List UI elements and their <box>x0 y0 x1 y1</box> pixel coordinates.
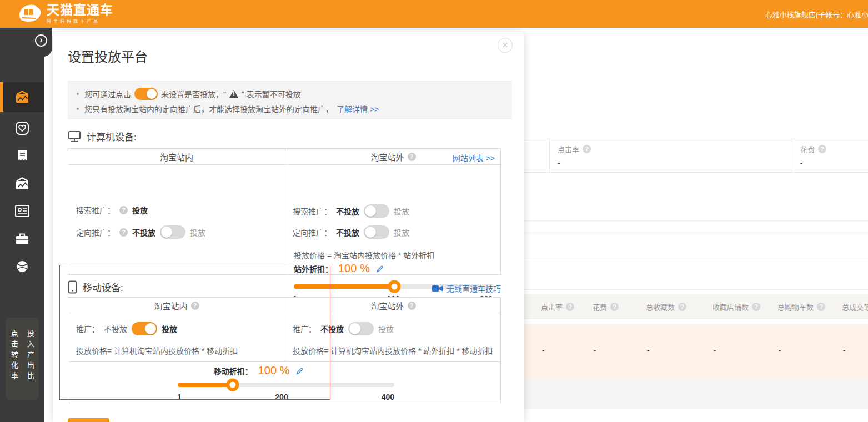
cell-value: - <box>843 346 845 354</box>
confirm-button[interactable] <box>68 418 109 422</box>
table-header-row: 淘宝站内 淘宝站外 网站列表 >> <box>68 149 500 165</box>
stat-label: 花费 <box>800 144 815 154</box>
train-logo-icon <box>17 3 42 24</box>
search-promo-row: 搜索推广： 投放 <box>76 204 148 215</box>
wireless-tips-link[interactable]: 无线直通车技巧 <box>446 283 501 294</box>
state-on-label: 投放 <box>132 204 148 215</box>
help-icon[interactable] <box>752 303 760 311</box>
note-line: 您只有投放淘宝站内的定向推广后，才能选择投放淘宝站外的定向推广， 了解详情 >> <box>77 103 503 115</box>
video-camera-icon <box>432 285 443 292</box>
id-card-icon <box>14 204 30 218</box>
state-on-label: 投放 <box>394 227 409 238</box>
discount-value: 100 % <box>338 262 370 275</box>
search-offsite-toggle[interactable] <box>364 204 389 218</box>
sidebar-item-favorites[interactable] <box>0 117 44 139</box>
logo-text: 天猫直通车 阿里妈妈旗下产品 <box>47 3 113 24</box>
mobile-offsite-toggle[interactable] <box>348 322 374 335</box>
sidebar: 点击转化率 投入产出比 <box>0 28 44 422</box>
column-header: 总成交笔 <box>842 302 868 312</box>
picture-frame-icon <box>14 90 30 104</box>
divider <box>524 233 868 233</box>
receipt-icon <box>16 149 29 163</box>
sidebar-item-creative[interactable] <box>0 173 44 195</box>
example-toggle-on <box>134 88 158 100</box>
state-on-label: 投放 <box>190 227 205 238</box>
stat-value: - <box>800 159 868 167</box>
cell-value: - <box>594 346 596 354</box>
sphere-icon <box>15 259 29 274</box>
edit-pencil-icon[interactable] <box>375 264 384 273</box>
target-offsite-toggle[interactable] <box>364 225 389 239</box>
help-icon[interactable] <box>610 303 619 311</box>
sidebar-item-tools[interactable] <box>0 228 44 250</box>
search-promo-row: 搜索推广： 不投放 投放 <box>293 204 409 218</box>
scale-max: 400 <box>382 393 394 401</box>
help-icon[interactable] <box>119 206 128 214</box>
info-box: 您可通过点击 来设置是否投放，" " 表示暂不可投放 您只有投放淘宝站内的定向推… <box>68 81 512 119</box>
divider <box>524 220 868 221</box>
column-divider <box>285 149 285 275</box>
state-off-label: 不投放 <box>336 227 359 238</box>
column-header: 点击率 <box>541 302 563 312</box>
slider-handle[interactable] <box>388 280 400 293</box>
cell-value: - <box>647 346 649 354</box>
summary-stat-card: 点击率 - 花费 - <box>524 139 868 173</box>
column-header: 收藏店铺数 <box>713 302 749 312</box>
annotation-rectangle <box>59 265 330 400</box>
help-icon[interactable] <box>678 303 686 311</box>
target-onsite-toggle[interactable] <box>160 225 185 239</box>
logo[interactable]: 天猫直通车 阿里妈妈旗下产品 <box>17 3 113 24</box>
row-label: 定向推广： <box>76 227 115 238</box>
help-icon[interactable] <box>817 303 825 311</box>
note-text: 您可通过点击 <box>84 88 131 99</box>
learn-more-link[interactable]: 了解详情 >> <box>337 103 379 114</box>
note-text: 您只有投放淘宝站内的定向推广后，才能选择投放淘宝站外的定向推广， <box>84 103 333 114</box>
row-label: 定向推广： <box>293 227 332 238</box>
help-icon[interactable] <box>408 153 416 161</box>
wireless-tips-link-row: 无线直通车技巧 <box>432 283 501 294</box>
table-row-footer <box>524 379 868 409</box>
help-icon[interactable] <box>566 303 574 311</box>
stat-cell-cost: 花费 - <box>792 139 868 172</box>
divider <box>524 262 868 262</box>
stat-value: - <box>558 159 792 167</box>
modal-title: 设置投放平台 <box>68 46 148 66</box>
table-row-highlighted[interactable]: - - - - - - <box>524 324 868 379</box>
sidebar-item-reports[interactable] <box>0 145 44 167</box>
warning-triangle-icon <box>229 90 238 98</box>
app-window: 点击率 - 花费 - 点击率 花费 总收藏数 收藏店铺数 总购物车数 总成交笔 … <box>0 0 868 422</box>
help-icon[interactable] <box>583 145 591 153</box>
bullet-icon <box>77 93 79 95</box>
sidebar-item-audience[interactable] <box>0 255 44 278</box>
target-promo-row: 定向推广： 不投放 投放 <box>293 225 409 239</box>
column-header: 总收藏数 <box>646 302 675 312</box>
column-header: 总购物车数 <box>777 302 814 312</box>
note-line: 您可通过点击 来设置是否投放，" " 表示暂不可投放 <box>77 86 503 102</box>
app-title: 天猫直通车 <box>47 3 113 17</box>
sidebar-metric-panel[interactable]: 点击转化率 投入产出比 <box>6 318 39 400</box>
help-icon[interactable] <box>818 145 826 153</box>
briefcase-icon <box>15 232 29 245</box>
site-list-link[interactable]: 网站列表 >> <box>453 152 495 163</box>
state-off-label: 不投放 <box>336 205 359 217</box>
cell-value: - <box>779 346 781 354</box>
computer-section-header: 计算机设备: <box>68 129 137 143</box>
row-label: 搜索推广： <box>293 205 332 217</box>
metric-vertical-label: 投入产出比 <box>25 330 36 400</box>
stat-label: 点击率 <box>558 144 579 154</box>
divider <box>524 289 868 290</box>
stat-empty-cell <box>524 139 550 172</box>
close-icon[interactable] <box>498 38 513 53</box>
row-label: 搜索推广： <box>76 204 115 215</box>
sidebar-item-campaign-active[interactable] <box>0 82 44 112</box>
account-name[interactable]: 心雅小栈旗舰店(子帐号：心雅小栈 <box>765 9 868 19</box>
sidebar-item-account[interactable] <box>0 200 44 222</box>
monitor-icon <box>68 130 81 143</box>
state-on-label: 投放 <box>378 323 394 334</box>
bullet-icon <box>77 108 79 110</box>
cell-value: - <box>714 346 716 354</box>
sidebar-collapse-chevron-icon[interactable] <box>35 34 47 47</box>
help-icon[interactable] <box>119 228 128 237</box>
help-icon[interactable] <box>408 302 416 310</box>
column-header: 花费 <box>593 302 607 312</box>
